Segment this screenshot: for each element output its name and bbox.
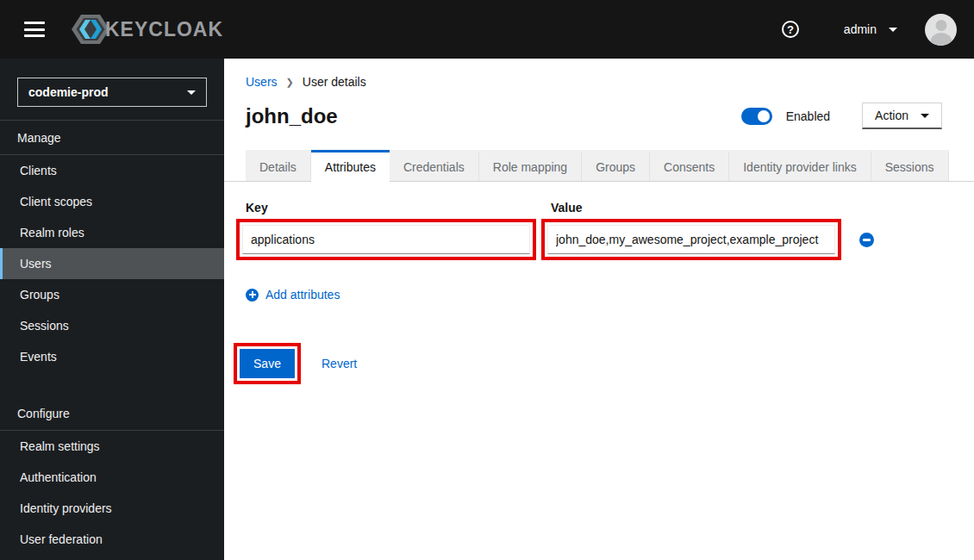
add-attributes-label: Add attributes xyxy=(265,288,340,302)
revert-link[interactable]: Revert xyxy=(322,357,357,370)
sidebar-item-realm-roles[interactable]: Realm roles xyxy=(0,217,224,248)
sidebar-item-groups[interactable]: Groups xyxy=(0,279,224,310)
add-attributes-link[interactable]: Add attributes xyxy=(246,288,340,302)
keycloak-logo: KEYCLOAK xyxy=(71,11,223,47)
page-title: john_doe xyxy=(246,104,338,128)
annotation-box-save: Save xyxy=(234,343,301,384)
sidebar-item-identity-providers[interactable]: Identity providers xyxy=(0,493,224,524)
sidebar-item-authentication[interactable]: Authentication xyxy=(0,462,224,493)
main-content: Users ❯ User details john_doe Enabled Ac… xyxy=(224,59,974,560)
value-column-header: Value xyxy=(551,201,851,215)
remove-attribute-icon[interactable] xyxy=(859,233,874,247)
sidebar-item-realm-settings[interactable]: Realm settings xyxy=(0,431,224,462)
realm-name: codemie-prod xyxy=(28,85,109,99)
enabled-toggle[interactable] xyxy=(741,108,772,125)
enabled-label: Enabled xyxy=(786,109,830,123)
chevron-down-icon xyxy=(187,90,196,95)
attribute-table-headers: Key Value xyxy=(246,201,974,215)
nav-list-configure: Realm settings Authentication Identity p… xyxy=(0,431,224,555)
tab-details[interactable]: Details xyxy=(246,150,311,182)
masthead: KEYCLOAK ? admin xyxy=(0,0,974,59)
sidebar-item-user-federation[interactable]: User federation xyxy=(0,524,224,555)
action-label: Action xyxy=(875,109,908,122)
hamburger-menu-icon[interactable] xyxy=(24,22,45,37)
tab-groups[interactable]: Groups xyxy=(582,150,650,182)
sidebar-item-client-scopes[interactable]: Client scopes xyxy=(0,186,224,217)
nav-section-manage: Manage xyxy=(0,121,224,155)
sidebar-item-clients[interactable]: Clients xyxy=(0,155,224,186)
avatar[interactable] xyxy=(925,14,957,46)
tab-role-mapping[interactable]: Role mapping xyxy=(479,150,582,182)
sidebar-item-events[interactable]: Events xyxy=(0,341,224,372)
chevron-down-icon xyxy=(921,114,929,118)
breadcrumb-separator-icon: ❯ xyxy=(286,77,294,88)
sidebar: codemie-prod Manage Clients Client scope… xyxy=(0,59,224,560)
brand-name: KEYCLOAK xyxy=(105,18,223,41)
help-icon[interactable]: ? xyxy=(782,21,799,38)
action-dropdown-button[interactable]: Action xyxy=(862,103,942,129)
breadcrumb-current: User details xyxy=(303,75,366,89)
breadcrumb: Users ❯ User details xyxy=(246,75,974,89)
username-label: admin xyxy=(844,22,877,36)
nav-section-configure: Configure xyxy=(0,396,224,431)
sidebar-item-sessions[interactable]: Sessions xyxy=(0,310,224,341)
tab-sessions[interactable]: Sessions xyxy=(871,150,949,182)
annotation-box-key xyxy=(236,219,536,260)
tabs: Details Attributes Credentials Role mapp… xyxy=(246,150,974,182)
attribute-row xyxy=(236,219,974,260)
tab-consents[interactable]: Consents xyxy=(650,150,729,182)
tab-credentials[interactable]: Credentials xyxy=(390,150,479,182)
nav-list-manage: Clients Client scopes Realm roles Users … xyxy=(0,155,224,372)
chevron-down-icon xyxy=(889,28,897,32)
save-button[interactable]: Save xyxy=(240,349,295,378)
plus-circle-icon xyxy=(246,289,259,302)
realm-selector-wrap: codemie-prod xyxy=(0,59,224,121)
tab-attributes[interactable]: Attributes xyxy=(311,150,390,182)
annotation-box-value xyxy=(541,219,841,260)
tab-identity-provider-links[interactable]: Identity provider links xyxy=(729,150,871,182)
realm-selector[interactable]: codemie-prod xyxy=(17,78,207,107)
sidebar-item-users[interactable]: Users xyxy=(0,248,224,279)
user-dropdown[interactable]: admin xyxy=(844,22,897,36)
attribute-value-input[interactable] xyxy=(547,225,835,254)
breadcrumb-users-link[interactable]: Users xyxy=(246,75,278,89)
key-column-header: Key xyxy=(246,201,546,215)
attribute-key-input[interactable] xyxy=(242,225,530,254)
